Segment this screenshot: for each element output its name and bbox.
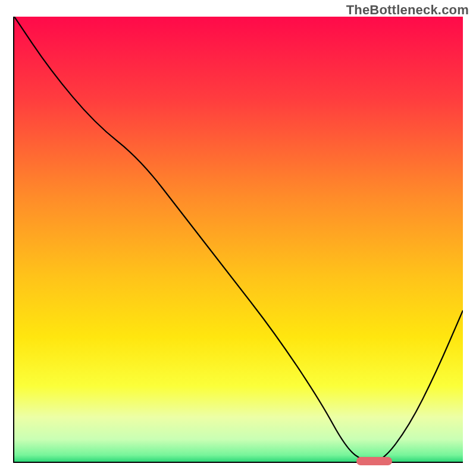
watermark-text: TheBottleneck.com: [346, 2, 469, 18]
plot-area: [13, 17, 463, 463]
optimal-marker: [356, 457, 392, 465]
chart-container: TheBottleneck.com: [0, 0, 476, 476]
bottleneck-curve: [14, 17, 463, 462]
